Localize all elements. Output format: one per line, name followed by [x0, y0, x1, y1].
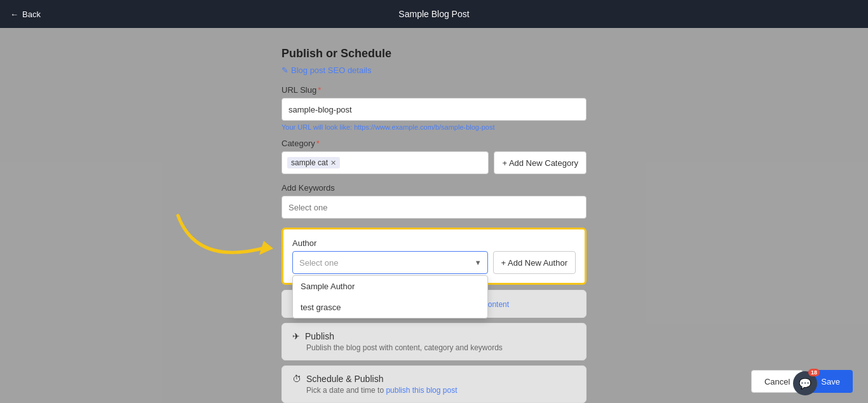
chat-widget[interactable]: 💬 18	[793, 371, 817, 395]
author-row: Select one Sample Author test grasce ▼ S…	[292, 251, 576, 274]
schedule-desc: Pick a date and time to publish this blo…	[292, 386, 576, 395]
category-select[interactable]: sample cat ✕	[281, 151, 489, 174]
author-dropdown: Sample Author test grasce	[292, 275, 488, 318]
back-button[interactable]: ← Back	[10, 10, 41, 19]
author-dropdown-item-0[interactable]: Sample Author	[293, 276, 487, 297]
url-hint: Your URL will look like: https://www.exa…	[281, 123, 587, 131]
keywords-input[interactable]	[281, 196, 587, 219]
publish-title: ✈ Publish	[292, 331, 576, 341]
author-select[interactable]: Select one Sample Author test grasce	[292, 251, 488, 274]
chat-badge: 18	[808, 369, 820, 376]
arrow-annotation	[159, 209, 286, 275]
author-dropdown-item-1[interactable]: test grasce	[293, 297, 487, 318]
seo-link[interactable]: ✎ Blog post SEO details	[281, 65, 587, 75]
schedule-title: ⏱ Schedule & Publish	[292, 374, 576, 384]
category-label: Category*	[281, 139, 587, 148]
keywords-label: Add Keywords	[281, 183, 587, 193]
publish-card[interactable]: ✈ Publish Publish the blog post with con…	[281, 323, 587, 360]
top-bar: ← Back Sample Blog Post	[0, 0, 868, 28]
publish-desc: Publish the blog post with content, cate…	[292, 343, 576, 352]
add-category-button[interactable]: + Add New Category	[494, 151, 587, 174]
back-arrow-icon: ←	[10, 10, 18, 19]
svg-marker-0	[259, 241, 273, 255]
clock-icon: ⏱	[292, 374, 301, 384]
add-author-button[interactable]: + Add New Author	[493, 251, 576, 274]
publish-icon: ✈	[292, 331, 300, 341]
remove-category-icon[interactable]: ✕	[330, 159, 336, 167]
page-title: Sample Blog Post	[398, 9, 469, 19]
section-title: Publish or Schedule	[281, 47, 587, 60]
pencil-icon: ✎	[281, 65, 288, 75]
url-slug-label: URL Slug*	[281, 85, 587, 95]
author-select-wrap: Select one Sample Author test grasce ▼ S…	[292, 251, 488, 274]
url-slug-input[interactable]	[281, 98, 587, 121]
chat-icon: 💬	[799, 378, 811, 390]
schedule-publish-card[interactable]: ⏱ Schedule & Publish Pick a date and tim…	[281, 365, 587, 403]
author-section: Author Select one Sample Author test gra…	[281, 228, 587, 285]
author-label: Author	[292, 238, 576, 248]
category-row: sample cat ✕ + Add New Category	[281, 151, 587, 174]
schedule-link[interactable]: publish this blog post	[386, 386, 457, 395]
form-panel: Publish or Schedule ✎ Blog post SEO deta…	[281, 47, 587, 285]
category-tag: sample cat ✕	[287, 157, 340, 168]
back-label: Back	[22, 10, 41, 19]
